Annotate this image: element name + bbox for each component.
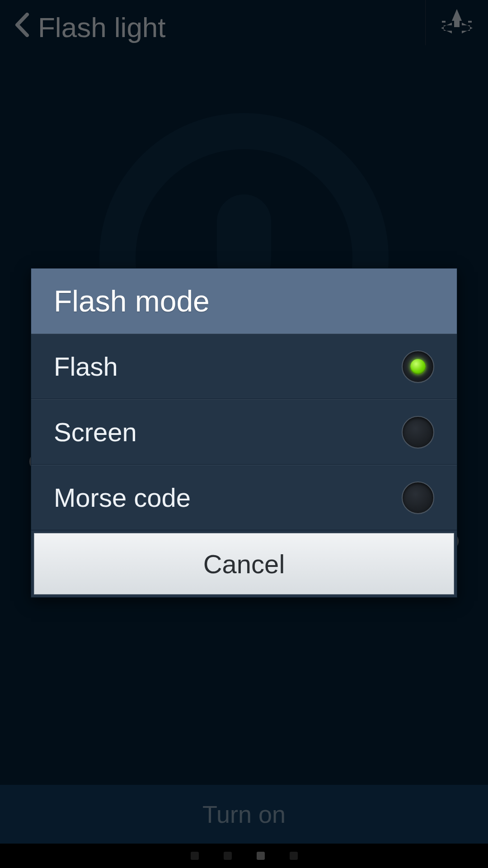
radio-icon bbox=[402, 350, 434, 383]
radio-icon bbox=[402, 416, 434, 448]
option-label: Flash bbox=[54, 351, 118, 382]
radio-icon bbox=[402, 481, 434, 514]
option-morse-code[interactable]: Morse code bbox=[31, 465, 457, 530]
flash-mode-dialog: Flash mode Flash Screen Morse code Cance… bbox=[31, 268, 457, 598]
option-label: Morse code bbox=[54, 482, 191, 513]
option-flash[interactable]: Flash bbox=[31, 334, 457, 399]
option-label: Screen bbox=[54, 417, 137, 447]
dialog-title: Flash mode bbox=[31, 269, 457, 334]
cancel-button[interactable]: Cancel bbox=[34, 533, 454, 594]
option-screen[interactable]: Screen bbox=[31, 399, 457, 465]
cancel-label: Cancel bbox=[203, 549, 285, 579]
